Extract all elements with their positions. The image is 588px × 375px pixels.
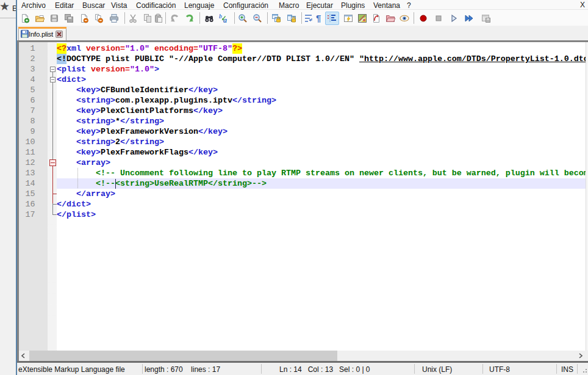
svg-text:b: b	[219, 13, 222, 20]
